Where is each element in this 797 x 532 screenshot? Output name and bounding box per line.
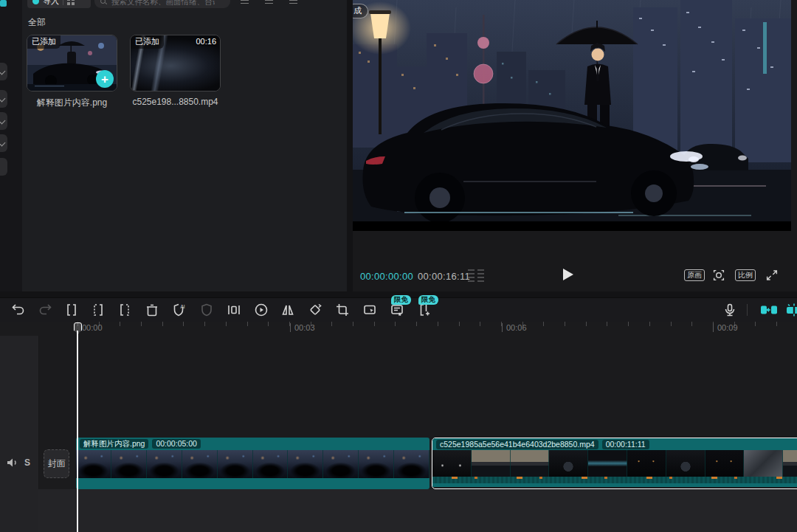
ruler-label: 00:03 bbox=[290, 323, 315, 332]
snap-icon bbox=[760, 303, 778, 317]
rotate-button[interactable] bbox=[307, 302, 323, 318]
clip-filmstrip bbox=[432, 450, 797, 477]
current-timecode: 00:00:00:00 bbox=[360, 271, 413, 282]
focus-zoom-button[interactable] bbox=[711, 268, 726, 283]
clip-audio-waveform bbox=[432, 477, 797, 483]
shield-icon bbox=[199, 302, 215, 318]
crop-button[interactable] bbox=[334, 302, 351, 318]
import-status-icon bbox=[32, 0, 39, 4]
import-button[interactable]: 导入 bbox=[27, 0, 91, 8]
speaker-icon bbox=[6, 457, 19, 469]
left-sidebar bbox=[0, 0, 22, 291]
snap-toggle[interactable] bbox=[760, 303, 778, 317]
record-audio-button[interactable] bbox=[722, 302, 738, 318]
sort-icon[interactable] bbox=[289, 0, 297, 4]
clip-header: c525e1985a5e56e41b4e6403d2be8850.mp4 00:… bbox=[432, 438, 797, 450]
focus-icon bbox=[711, 268, 726, 283]
svg-text:AI: AI bbox=[181, 304, 185, 309]
limited-free-badge: 限免 bbox=[391, 295, 411, 305]
timeline-empty-area bbox=[38, 489, 797, 532]
added-badge: 已添加 bbox=[27, 35, 61, 49]
mirror-button[interactable] bbox=[280, 302, 296, 318]
fullscreen-icon bbox=[765, 268, 779, 283]
clip-duration: 00:00:05:00 bbox=[152, 439, 200, 449]
media-card-video[interactable]: 已添加 00:16 bbox=[131, 35, 220, 91]
caption-list-icon[interactable] bbox=[468, 269, 484, 282]
playhead-line[interactable] bbox=[77, 331, 78, 532]
clip-footer bbox=[432, 483, 797, 487]
microphone-icon bbox=[722, 302, 738, 318]
sidebar-category-button[interactable] bbox=[0, 90, 7, 108]
split-keep-left-button[interactable] bbox=[90, 302, 106, 318]
chevron-down-icon bbox=[0, 95, 5, 103]
list-view-icon[interactable] bbox=[265, 0, 273, 4]
preview-panel: 成 00:00:00:00 00:00:16:11 原画 比例 bbox=[353, 0, 797, 291]
video-editor-window: 导入 全部 bbox=[0, 0, 797, 532]
clip-footer bbox=[76, 478, 429, 489]
track-header-gutter bbox=[0, 336, 39, 532]
ruler-label: 00:09 bbox=[713, 323, 738, 332]
ratio-button[interactable]: 比例 bbox=[735, 269, 756, 281]
sidebar-category-button[interactable] bbox=[0, 63, 7, 80]
timeline-clip-image[interactable]: 解释图片内容.png 00:00:05:00 bbox=[76, 438, 429, 489]
timeline[interactable]: 00:00 00:03 00:06 00:09 S 封面 解释图片内容.png … bbox=[0, 322, 797, 532]
view-options bbox=[241, 0, 297, 4]
clip-name: 解释图片内容.png bbox=[80, 439, 148, 449]
ai-cutout-icon: AI bbox=[171, 302, 187, 318]
replace-clip-button[interactable] bbox=[362, 302, 378, 318]
trash-icon bbox=[144, 302, 160, 318]
preview-axis-icon bbox=[785, 303, 797, 317]
added-badge: 已添加 bbox=[131, 35, 164, 49]
cover-button[interactable]: 封面 bbox=[44, 449, 69, 478]
preview-frame-image bbox=[353, 0, 791, 231]
sidebar-category-button[interactable] bbox=[0, 112, 7, 130]
clip-header: 解释图片内容.png 00:00:05:00 bbox=[76, 438, 429, 450]
solo-track-button[interactable]: S bbox=[24, 457, 30, 468]
delete-button[interactable] bbox=[144, 302, 160, 318]
replace-clip-icon bbox=[362, 302, 378, 318]
limited-free-badge: 限免 bbox=[418, 295, 438, 305]
chevron-down-icon bbox=[0, 68, 5, 75]
clip-filmstrip bbox=[76, 450, 429, 478]
split-left-icon bbox=[90, 302, 106, 318]
chevron-down-icon bbox=[0, 139, 5, 147]
import-label: 导入 bbox=[43, 0, 59, 7]
timeline-clip-video-selected[interactable]: c525e1985a5e56e41b4e6403d2be8850.mp4 00:… bbox=[432, 438, 797, 489]
mute-track-button[interactable] bbox=[6, 457, 19, 469]
import-options-icon[interactable] bbox=[67, 0, 75, 5]
divider bbox=[63, 0, 63, 5]
sidebar-category-button[interactable] bbox=[0, 134, 7, 152]
ai-cutout-button[interactable]: AI bbox=[171, 302, 187, 318]
generate-status-badge: 成 bbox=[353, 4, 368, 18]
media-card-image[interactable]: 已添加 + bbox=[27, 35, 117, 91]
chroma-key-button[interactable] bbox=[199, 302, 215, 318]
chevron-down-icon bbox=[0, 117, 5, 125]
split-right-icon bbox=[117, 302, 133, 318]
reverse-button[interactable] bbox=[253, 302, 269, 318]
grid-view-icon[interactable] bbox=[241, 0, 249, 4]
filter-all-label[interactable]: 全部 bbox=[28, 16, 46, 29]
reverse-icon bbox=[253, 302, 269, 318]
freeze-frame-button[interactable] bbox=[226, 302, 242, 318]
rotate-icon bbox=[307, 302, 323, 318]
split-button[interactable] bbox=[63, 302, 80, 318]
media-search[interactable] bbox=[94, 0, 230, 8]
redo-icon bbox=[37, 302, 53, 318]
video-preview[interactable]: 成 bbox=[353, 0, 791, 231]
ruler-label: 00:06 bbox=[502, 323, 527, 332]
timeline-ruler[interactable] bbox=[77, 322, 797, 326]
duration-badge: 00:16 bbox=[196, 37, 216, 46]
app-logo-icon bbox=[0, 0, 7, 7]
preview-axis-toggle[interactable] bbox=[785, 303, 797, 317]
original-quality-button[interactable]: 原画 bbox=[684, 269, 705, 281]
crop-icon bbox=[334, 302, 351, 318]
play-button[interactable] bbox=[563, 269, 573, 280]
media-filename: 解释图片内容.png bbox=[27, 97, 117, 109]
undo-button[interactable] bbox=[10, 302, 27, 318]
redo-button[interactable] bbox=[37, 302, 53, 318]
add-to-timeline-button[interactable]: + bbox=[96, 70, 114, 88]
fullscreen-button[interactable] bbox=[765, 268, 779, 283]
sidebar-category-button[interactable] bbox=[0, 158, 7, 176]
split-keep-right-button[interactable] bbox=[117, 302, 133, 318]
search-input[interactable] bbox=[110, 0, 216, 7]
